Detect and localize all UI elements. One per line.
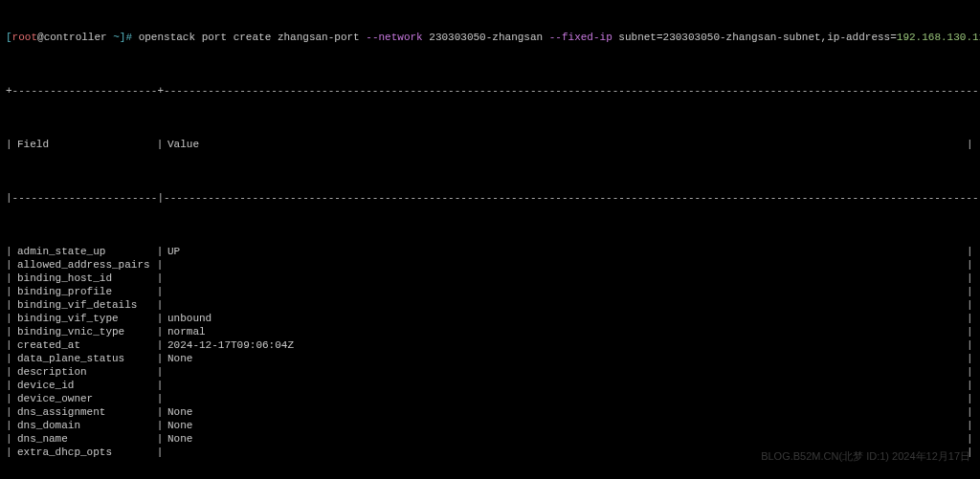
table-body-1: |admin_state_up|UP||allowed_address_pair… bbox=[6, 245, 974, 459]
table-row: |binding_vnic_type|normal| bbox=[6, 325, 974, 338]
table-row: |dns_name|None| bbox=[6, 432, 974, 446]
table-border-header: |-----------------------|---------------… bbox=[6, 191, 974, 205]
table-row: |binding_host_id|| bbox=[6, 272, 974, 285]
table-row: |binding_profile|| bbox=[6, 285, 974, 298]
table-row: |binding_vif_type|unbound| bbox=[6, 312, 974, 325]
table-header: |Field|Value| bbox=[6, 138, 974, 151]
table-row: |dns_assignment|None| bbox=[6, 405, 974, 419]
table-row: |device_owner|| bbox=[6, 392, 974, 405]
table-row: |data_plane_status|None| bbox=[6, 352, 974, 365]
table-row: |allowed_address_pairs|| bbox=[6, 258, 974, 272]
table-border-top: +-----------------------+---------------… bbox=[6, 84, 974, 98]
table-row: |admin_state_up|UP| bbox=[6, 245, 974, 258]
table-row: |created_at|2024-12-17T09:06:04Z| bbox=[6, 338, 974, 352]
watermark: BLOG.B52M.CN(北梦 ID:1) 2024年12月17日 bbox=[761, 449, 970, 463]
terminal[interactable]: [root@controller ~]# openstack port crea… bbox=[0, 0, 980, 479]
table-row: |description|| bbox=[6, 365, 974, 379]
command-line-1: [root@controller ~]# openstack port crea… bbox=[6, 31, 974, 44]
table-row: |device_id|| bbox=[6, 379, 974, 392]
table-row: |dns_domain|None| bbox=[6, 419, 974, 432]
table-row: |binding_vif_details|| bbox=[6, 298, 974, 312]
